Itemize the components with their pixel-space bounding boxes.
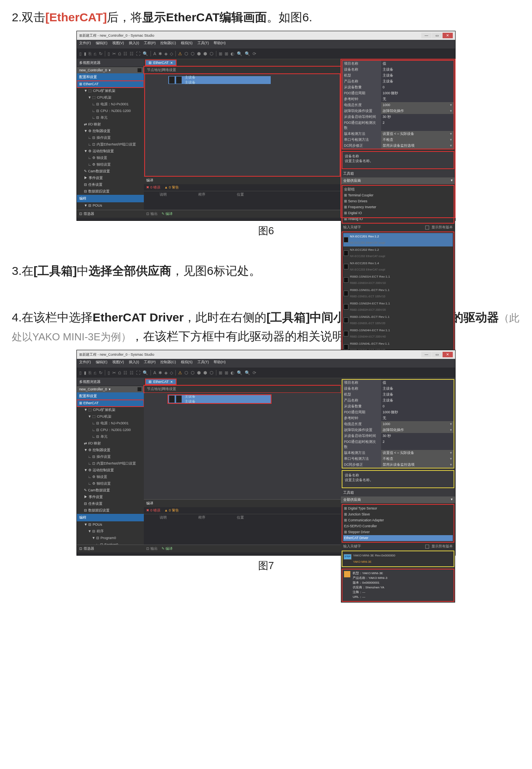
device-list[interactable]: STEPYAKO MINI-3E Rev:0x000000YAKO MINI-3… xyxy=(342,551,454,567)
maximize-button[interactable]: ▭ xyxy=(432,33,442,38)
list-item: NX-ECC201 Rev:1.2NX-ECC201 EtherCAT coup… xyxy=(343,233,453,246)
property-hint: 设备名称设置主设备名称。 xyxy=(342,151,454,169)
window-title: 新建工程 - new_Controller_0 - Sysmac Studio xyxy=(82,33,154,38)
keyword-filter[interactable]: 输入关键字显示所有版本 xyxy=(341,224,455,231)
figure-6-screenshot: ⊞ 新建工程 - new_Controller_0 - Sysmac Studi… xyxy=(76,31,456,221)
ethercat-driver-category: EtherCAT Driver xyxy=(343,535,453,541)
window-titlebar: ⊞ 新建工程 - new_Controller_0 - Sysmac Studi… xyxy=(77,31,455,40)
properties-grid[interactable]: 项目名称值 设备名称主设备 机型主设备 产品名称主设备 从设备数量0 PDO通信… xyxy=(342,379,454,468)
canvas-header: 节点地址|网络设置 xyxy=(144,66,341,74)
window-buttons: — ▭ ✕ xyxy=(421,33,453,38)
left-panel: 多视图浏览器 new_Controller_0▾ 配置和设置 ⊞ EtherCA… xyxy=(77,59,144,218)
keyword-ethercat: [EtherCAT] xyxy=(45,11,107,24)
category-list[interactable]: 全部组⊞ Terminal Coupler⊞ Servo Drives⊞ Fre… xyxy=(342,185,454,224)
right-panel: 项目名称值 设备名称主设备 机型主设备 产品名称主设备 从设备数量0 PDO通信… xyxy=(341,59,455,218)
step-2: 2.双击[EtherCAT]后，将显示EtherCAT编辑画面。如图6. xyxy=(12,8,520,27)
list-item-yako: STEPYAKO MINI-3E Rev:0x000000YAKO MINI-3… xyxy=(343,552,453,566)
close-button[interactable]: ✕ xyxy=(443,33,453,38)
project-tree[interactable]: 配置和设置 ⊞ EtherCAT ▼ ⬚ CPU/扩展机架 ▼ ⬚ CPU机架 … xyxy=(77,73,144,210)
toolbar[interactable]: ▯▮⎘⎌↻▯✂⎙☷☷⛶🔍A✱◈◇⚠⬡⬡⬢⬢⬡⊞⊞◐🔍🔍⟳ xyxy=(77,49,455,59)
ethercat-canvas[interactable]: 主设备主设备 xyxy=(145,74,340,176)
tree-ethercat[interactable]: ⊞ EtherCAT xyxy=(77,81,144,88)
master-node[interactable]: 主设备主设备 xyxy=(168,76,271,84)
tree-ethercat: ⊞ EtherCAT xyxy=(77,400,144,407)
device-list[interactable]: NX-ECC201 Rev:1.2NX-ECC201 EtherCAT coup… xyxy=(342,231,454,355)
center-panel: ⊞ EtherCAT ✕ 节点地址|网络设置 主设备主设备 编译 ✖ 0 错误▲… xyxy=(144,59,341,218)
filter-bar[interactable]: ⊡ 筛选器 xyxy=(77,210,144,218)
category-list[interactable]: ⊞ Digital Type Sensor⊞ Junction Slave⊞ C… xyxy=(342,504,454,543)
toolbox-header: 工具箱 xyxy=(341,170,455,177)
menubar[interactable]: 文件(F)编辑(E)视图(V)插入(I)工程(P)控制器(C)模拟(S)工具(T… xyxy=(77,40,455,49)
status-bar: ⊡ 输出✎ 编译 xyxy=(144,210,341,218)
app-icon: ⊞ xyxy=(79,34,82,37)
minimize-button[interactable]: — xyxy=(421,33,432,38)
tree-root: 配置和设置 xyxy=(77,73,144,81)
compile-panel: 编译 ✖ 0 错误▲ 0 警告 说明程序位置 xyxy=(144,176,341,210)
checkbox-icon xyxy=(425,226,429,230)
device-detail: 机型：YAKO MINI-3E产品名称：YAKO MINI-3版本：0x0000… xyxy=(342,569,454,602)
figure-7-screenshot: ⊞ 新建工程 - new_Controller_0 - Sysmac Studi… xyxy=(76,350,456,556)
tree-programming: 编程 xyxy=(77,195,144,202)
controller-selector[interactable]: new_Controller_0▾ xyxy=(77,67,144,73)
properties-grid[interactable]: 项目名称值 设备名称主设备 机型主设备 产品名称主设备 从设备数量0 PDO通信… xyxy=(342,60,454,149)
tab-ethercat[interactable]: ⊞ EtherCAT ✕ xyxy=(145,60,176,65)
left-pane-header: 多视图浏览器 xyxy=(77,59,144,67)
close-icon: ✕ xyxy=(170,61,173,65)
supplier-dropdown[interactable]: 全部供应商 xyxy=(341,177,455,184)
